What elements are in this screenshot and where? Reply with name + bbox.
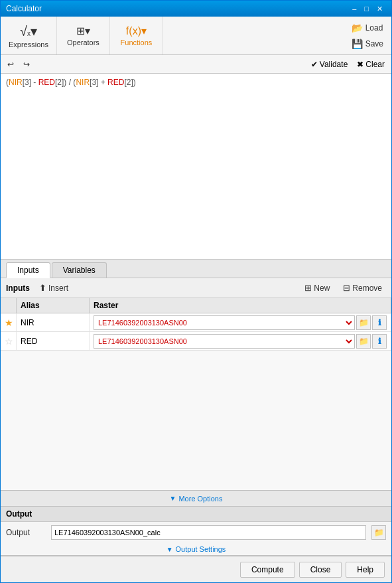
- compute-button[interactable]: Compute: [240, 562, 295, 578]
- bottom-bar: Compute Close Help: [1, 556, 391, 582]
- row-alias-1: NIR: [17, 313, 90, 331]
- functions-label: Functions: [121, 39, 153, 46]
- tab-inputs[interactable]: Inputs: [6, 262, 50, 278]
- browse-icon-1: 📁: [359, 318, 369, 327]
- validate-label: Validate: [320, 60, 348, 69]
- operators-label: Operators: [67, 39, 99, 46]
- remove-label: Remove: [352, 284, 382, 293]
- formula-area[interactable]: (NIR[3] - RED[2]) / (NIR[3] + RED[2]): [1, 74, 391, 260]
- output-input[interactable]: [51, 525, 366, 540]
- more-options-arrow-icon: ▼: [170, 495, 176, 502]
- output-settings-arrow-icon: ▼: [166, 546, 173, 553]
- help-button[interactable]: Help: [346, 562, 385, 578]
- column-header-star: [1, 298, 17, 313]
- insert-button[interactable]: ⬆ Insert: [35, 282, 72, 294]
- formula-bar-actions: ↩ ↪ ✔ Validate ✖ Clear: [1, 55, 391, 74]
- load-button[interactable]: 📂 Load: [349, 21, 386, 35]
- window-title: Calculator: [6, 4, 42, 13]
- new-icon: ⊞: [304, 283, 312, 293]
- output-row: Output 📁: [1, 522, 391, 543]
- column-header-alias: Alias: [17, 298, 90, 313]
- more-options-bar[interactable]: ▼ More Options: [1, 491, 391, 507]
- tabs-area: Inputs Variables: [1, 260, 391, 278]
- title-bar: Calculator – □ ✕: [1, 1, 391, 17]
- star-empty-icon: ☆: [5, 336, 13, 347]
- close-button[interactable]: ✕: [373, 5, 386, 13]
- info-icon-1: ℹ: [378, 318, 381, 327]
- raster-select-1[interactable]: LE71460392003130ASN00: [94, 315, 355, 330]
- output-browse-icon: 📁: [374, 528, 384, 537]
- validate-icon: ✔: [311, 60, 318, 69]
- row-raster-2: LE71460392003130ASN00 📁 ℹ: [90, 332, 391, 350]
- table-body: ★ NIR LE71460392003130ASN00 📁 ℹ ☆: [1, 313, 391, 351]
- tab-variables[interactable]: Variables: [52, 262, 107, 278]
- output-section: Output Output 📁 ▼ Output Settings: [1, 507, 391, 556]
- validate-button[interactable]: ✔ Validate: [308, 58, 350, 70]
- close-button-bottom[interactable]: Close: [299, 562, 342, 578]
- operators-icon: ⊞▾: [76, 25, 90, 37]
- undo-button[interactable]: ↩: [5, 58, 17, 70]
- output-browse-button[interactable]: 📁: [371, 525, 386, 540]
- undo-icon: ↩: [7, 60, 14, 69]
- clear-button[interactable]: ✖ Clear: [354, 58, 387, 70]
- raster-browse-2[interactable]: 📁: [356, 334, 371, 349]
- more-options-label: More Options: [178, 495, 222, 503]
- table-header: Alias Raster: [1, 298, 391, 313]
- clear-label: Clear: [365, 60, 385, 69]
- save-button[interactable]: 💾 Save: [349, 37, 386, 50]
- redo-icon: ↪: [23, 60, 30, 69]
- functions-icon: f(x)▾: [126, 25, 147, 37]
- redo-button[interactable]: ↪: [21, 58, 33, 70]
- new-button[interactable]: ⊞ New: [300, 282, 334, 294]
- save-icon: 💾: [352, 39, 363, 49]
- row-raster-1: LE71460392003130ASN00 📁 ℹ: [90, 313, 391, 331]
- info-icon-2: ℹ: [378, 337, 381, 346]
- insert-icon: ⬆: [39, 283, 46, 293]
- expressions-icon: √x▾: [20, 23, 37, 39]
- title-bar-controls: – □ ✕: [349, 5, 386, 13]
- star-filled-icon: ★: [5, 317, 13, 328]
- main-toolbar: √x▾ Expressions ⊞▾ Operators f(x)▾ Funct…: [1, 17, 391, 55]
- operators-button[interactable]: ⊞▾ Operators: [57, 17, 110, 54]
- minimize-button[interactable]: –: [349, 5, 359, 13]
- raster-browse-1[interactable]: 📁: [356, 315, 371, 330]
- output-label: Output: [6, 528, 46, 537]
- output-header: Output: [1, 507, 391, 522]
- formula-text: (NIR[3] - RED[2]) / (NIR[3] + RED[2]): [6, 78, 136, 87]
- output-settings-label: Output Settings: [176, 545, 226, 553]
- raster-select-2[interactable]: LE71460392003130ASN00: [94, 334, 355, 349]
- expressions-label: Expressions: [9, 41, 48, 48]
- remove-button[interactable]: ⊟ Remove: [339, 282, 386, 294]
- table-row: ★ NIR LE71460392003130ASN00 📁 ℹ: [1, 313, 391, 332]
- new-label: New: [314, 284, 330, 293]
- row-alias-2: RED: [17, 332, 90, 350]
- table-row: ☆ RED LE71460392003130ASN00 📁 ℹ: [1, 332, 391, 351]
- clear-icon: ✖: [357, 60, 363, 69]
- load-label: Load: [365, 23, 383, 33]
- raster-info-1[interactable]: ℹ: [372, 315, 387, 330]
- browse-icon-2: 📁: [359, 337, 369, 346]
- toolbar-right: 📂 Load 💾 Save: [344, 17, 391, 54]
- row-star-2[interactable]: ☆: [1, 332, 17, 350]
- load-icon: 📂: [352, 23, 363, 33]
- save-label: Save: [365, 39, 383, 48]
- inputs-toolbar: Inputs ⬆ Insert ⊞ New ⊟ Remove: [1, 278, 391, 298]
- raster-info-2[interactable]: ℹ: [372, 334, 387, 349]
- maximize-button[interactable]: □: [361, 5, 372, 13]
- row-star-1[interactable]: ★: [1, 313, 17, 331]
- insert-label: Insert: [48, 284, 68, 293]
- inputs-section-label: Inputs: [6, 284, 30, 293]
- column-header-raster: Raster: [90, 298, 391, 313]
- calculator-window: Calculator – □ ✕ √x▾ Expressions ⊞▾ Oper…: [0, 0, 392, 583]
- functions-button[interactable]: f(x)▾ Functions: [110, 17, 163, 54]
- output-settings-row[interactable]: ▼ Output Settings: [1, 543, 391, 555]
- remove-icon: ⊟: [343, 283, 350, 293]
- inputs-empty-area: [1, 351, 391, 491]
- expressions-button[interactable]: √x▾ Expressions: [1, 17, 57, 54]
